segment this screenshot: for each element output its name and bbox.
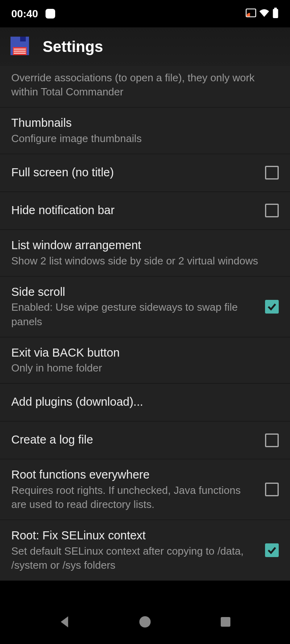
- setting-item-fullscreen[interactable]: Full screen (no title): [0, 154, 290, 192]
- hide-notification-checkbox[interactable]: [265, 204, 279, 217]
- setting-title: List window arrangement: [11, 238, 272, 253]
- setting-title: Root: Fix SELinux context: [11, 528, 259, 543]
- status-bar: 00:40: [0, 0, 290, 27]
- svg-rect-1: [274, 8, 277, 9]
- setting-subtitle: Only in home folder: [11, 361, 272, 375]
- setting-item-list-arrangement[interactable]: List window arrangement Show 2 list wind…: [0, 230, 290, 277]
- nav-recent-button[interactable]: [218, 615, 233, 629]
- setting-item-side-scroll[interactable]: Side scroll Enabled: Use wipe gesture si…: [0, 277, 290, 337]
- fullscreen-checkbox[interactable]: [265, 166, 279, 180]
- svg-point-9: [139, 616, 151, 627]
- battery-icon: [272, 8, 279, 20]
- setting-title: Side scroll: [11, 285, 259, 300]
- setting-subtitle: Show 2 list windows side by side or 2 vi…: [11, 254, 272, 268]
- setting-text: Root: Fix SELinux context Set default SE…: [11, 528, 265, 572]
- status-left: 00:40: [11, 8, 55, 20]
- status-right: [246, 8, 279, 20]
- setting-item-root-functions[interactable]: Root functions everywhere Requires root …: [0, 459, 290, 520]
- setting-title: Root functions everywhere: [11, 467, 259, 483]
- root-selinux-checkbox[interactable]: [265, 543, 279, 557]
- setting-subtitle: Requires root rights. If unchecked, Java…: [11, 483, 259, 512]
- notification-indicator-icon: [46, 9, 55, 19]
- settings-list: Override associations (to open a file), …: [0, 66, 290, 581]
- status-time: 00:40: [11, 8, 38, 20]
- navigation-bar: [0, 600, 290, 644]
- setting-title: Thumbnails: [11, 116, 272, 131]
- setting-subtitle: Configure image thumbnails: [11, 132, 272, 146]
- svg-rect-2: [273, 9, 278, 18]
- setting-subtitle: Override associations (to open a file), …: [11, 71, 272, 99]
- root-functions-checkbox[interactable]: [265, 483, 279, 496]
- svg-rect-10: [221, 617, 230, 627]
- setting-text: Exit via BACK button Only in home folder: [11, 345, 279, 376]
- setting-text: Override associations (to open a file), …: [11, 71, 279, 99]
- side-scroll-checkbox[interactable]: [265, 300, 279, 314]
- svg-rect-4: [20, 37, 26, 41]
- setting-text: Side scroll Enabled: Use wipe gesture si…: [11, 285, 265, 329]
- setting-title: Add plugins (download)...: [11, 394, 272, 410]
- setting-text: Hide notification bar: [11, 203, 265, 219]
- setting-text: List window arrangement Show 2 list wind…: [11, 238, 279, 268]
- nav-home-button[interactable]: [138, 615, 152, 629]
- page-title: Settings: [43, 38, 103, 56]
- setting-item-associations[interactable]: Override associations (to open a file), …: [0, 66, 290, 107]
- log-file-checkbox[interactable]: [265, 433, 279, 447]
- setting-text: Add plugins (download)...: [11, 394, 279, 411]
- setting-title: Exit via BACK button: [11, 345, 272, 361]
- setting-item-add-plugins[interactable]: Add plugins (download)...: [0, 384, 290, 421]
- setting-subtitle: Set default SELinux context after copyin…: [11, 544, 259, 572]
- setting-text: Root functions everywhere Requires root …: [11, 467, 265, 512]
- app-header: Settings: [0, 27, 290, 66]
- setting-item-hide-notification[interactable]: Hide notification bar: [0, 192, 290, 230]
- setting-subtitle: Enabled: Use wipe gesture sideways to sw…: [11, 300, 259, 328]
- setting-item-exit-back[interactable]: Exit via BACK button Only in home folder: [0, 337, 290, 384]
- floppy-disk-icon: [10, 36, 30, 58]
- setting-title: Full screen (no title): [11, 165, 259, 180]
- wifi-icon: [259, 9, 269, 19]
- setting-text: Thumbnails Configure image thumbnails: [11, 116, 279, 146]
- setting-title: Create a log file: [11, 432, 259, 448]
- cast-icon: [246, 8, 256, 19]
- setting-title: Hide notification bar: [11, 203, 259, 218]
- setting-text: Full screen (no title): [11, 165, 265, 181]
- setting-text: Create a log file: [11, 432, 265, 448]
- setting-item-root-selinux[interactable]: Root: Fix SELinux context Set default SE…: [0, 520, 290, 581]
- nav-back-button[interactable]: [57, 615, 72, 629]
- setting-item-log-file[interactable]: Create a log file: [0, 421, 290, 459]
- setting-item-thumbnails[interactable]: Thumbnails Configure image thumbnails: [0, 107, 290, 154]
